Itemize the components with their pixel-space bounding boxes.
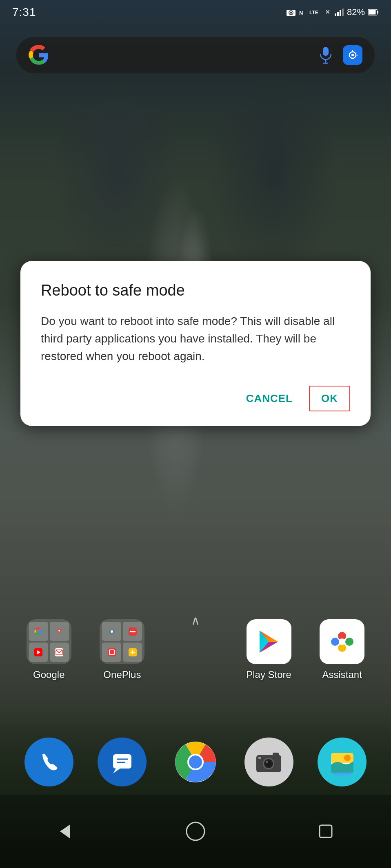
- svg-rect-13: [323, 47, 329, 56]
- play-store-icon: [247, 619, 291, 664]
- navigation-bar: [0, 795, 391, 868]
- svg-rect-11: [377, 11, 378, 13]
- svg-point-56: [266, 761, 268, 763]
- app-item-google[interactable]: Google: [18, 619, 80, 680]
- folder-mini-g: [29, 622, 48, 641]
- nfc-icon: N: [299, 9, 306, 16]
- photos-dock-icon[interactable]: [318, 738, 367, 786]
- svg-marker-45: [113, 769, 120, 773]
- svg-point-21: [58, 630, 60, 632]
- battery-icon: [368, 9, 379, 16]
- mic-icon[interactable]: [317, 46, 335, 64]
- svg-rect-7: [337, 12, 339, 16]
- svg-point-2: [290, 12, 292, 14]
- messages-dock-icon[interactable]: [98, 738, 147, 786]
- signal-icon: [335, 9, 344, 16]
- app-item-assistant[interactable]: Assistant: [311, 619, 373, 680]
- svg-text:N: N: [299, 10, 303, 16]
- svg-point-43: [339, 638, 345, 645]
- svg-rect-6: [335, 13, 336, 16]
- camera-dock-icon[interactable]: [244, 738, 293, 786]
- home-button[interactable]: [181, 817, 210, 846]
- lte-icon: LTE: [309, 9, 322, 16]
- svg-point-39: [331, 638, 339, 646]
- empty-slot: [173, 619, 218, 664]
- status-icons: N LTE ✕ 82%: [287, 7, 379, 18]
- svg-point-61: [344, 755, 351, 761]
- phone-dock-icon[interactable]: [24, 738, 73, 786]
- search-action-icons: [317, 45, 362, 65]
- svg-rect-8: [340, 10, 341, 16]
- svg-point-64: [187, 822, 204, 840]
- app-item-playstore[interactable]: Play Store: [238, 619, 300, 680]
- google-logo: [29, 45, 49, 65]
- app-row: Google: [0, 619, 391, 680]
- status-bar: 7:31 N LTE ✕: [0, 0, 391, 24]
- svg-text:✕: ✕: [325, 9, 330, 15]
- svg-rect-9: [342, 9, 344, 16]
- dialog-body: Do you want to reboot into safe mode? Th…: [41, 312, 350, 365]
- svg-rect-65: [320, 825, 332, 837]
- search-bar[interactable]: [16, 37, 375, 73]
- folder-mini-gmail: [50, 643, 69, 662]
- chrome-dock-icon[interactable]: [171, 738, 220, 786]
- photo-icon: [287, 9, 295, 16]
- folder-mini-yellow: [123, 643, 142, 662]
- svg-rect-57: [273, 753, 279, 756]
- app-item-oneplus[interactable]: OnePlus: [91, 619, 153, 680]
- folder-mini-settings: [102, 622, 121, 641]
- folder-mini-youtube: [29, 643, 48, 662]
- oneplus-folder-icon: [100, 619, 144, 664]
- dialog-buttons: CANCEL OK: [41, 386, 350, 411]
- battery-percentage: 82%: [347, 7, 365, 18]
- recents-button[interactable]: [311, 817, 340, 846]
- status-time: 7:31: [12, 6, 36, 19]
- svg-point-17: [351, 54, 354, 56]
- svg-point-51: [189, 755, 202, 769]
- assistant-icon: [320, 619, 364, 664]
- back-button[interactable]: [51, 817, 80, 846]
- dialog-title: Reboot to safe mode: [41, 281, 350, 300]
- svg-rect-44: [113, 754, 131, 769]
- svg-marker-63: [60, 824, 70, 839]
- ok-button[interactable]: OK: [309, 386, 350, 411]
- no-sim-icon: ✕: [325, 9, 331, 16]
- assistant-label: Assistant: [322, 669, 362, 680]
- svg-point-58: [258, 757, 261, 759]
- oneplus-folder-label: OnePlus: [103, 669, 141, 680]
- lens-icon[interactable]: [343, 45, 362, 65]
- cancel-button[interactable]: CANCEL: [238, 387, 301, 411]
- bottom-dock: [0, 738, 391, 786]
- svg-rect-12: [369, 10, 376, 15]
- google-folder-label: Google: [33, 669, 64, 680]
- play-store-label: Play Store: [246, 669, 291, 680]
- app-item-empty: [165, 619, 226, 680]
- reboot-dialog: Reboot to safe mode Do you want to reboo…: [20, 261, 371, 426]
- svg-text:LTE: LTE: [309, 10, 318, 15]
- google-folder-icon: [27, 619, 71, 664]
- folder-mini-maps: [50, 622, 69, 641]
- folder-mini-red1: [123, 622, 142, 641]
- svg-point-41: [345, 638, 353, 646]
- svg-rect-29: [130, 631, 136, 632]
- svg-point-27: [111, 630, 113, 633]
- folder-mini-red2: [102, 643, 121, 662]
